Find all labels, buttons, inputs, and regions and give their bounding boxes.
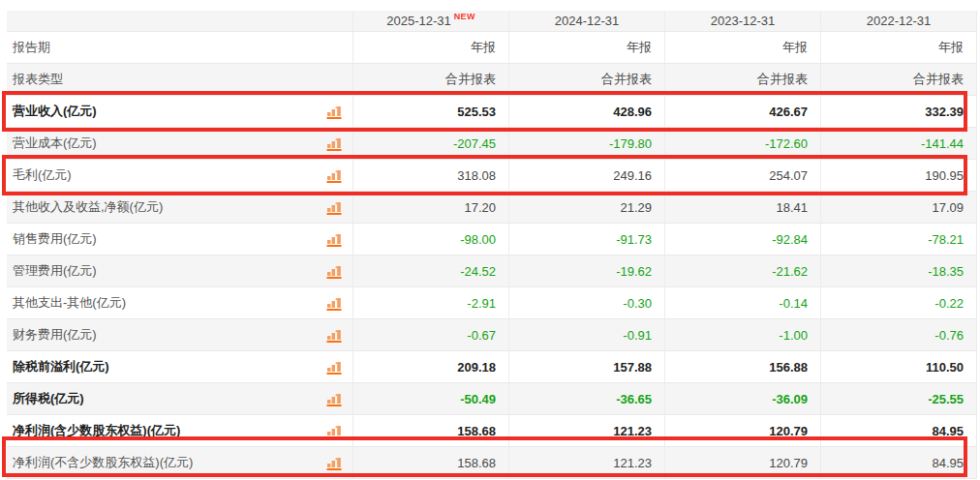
cell-value: -25.55 [821,383,977,414]
row-label-cell: 其他支出-其他(亿元) [7,287,353,318]
table-header-row: 2025-12-31 NEW 2024-12-31 2023-12-31 202… [7,11,977,32]
cell-value: -0.76 [821,319,977,350]
table-body: 报告期 年报 年报 年报 年报 报表类型 合并报表 合并报表 合并报表 合并报表… [7,32,977,479]
table-row: 报表类型 合并报表 合并报表 合并报表 合并报表 [7,64,977,96]
cell-value: 158.68 [353,447,509,478]
cell-value: -207.45 [353,128,509,159]
cell-value: -1.00 [665,319,821,350]
table-row: 毛利(亿元) 318.08 249.16 254.07 190.95 [7,160,977,192]
cell-value: 年报 [821,32,977,63]
cell-value: 318.08 [353,160,509,191]
row-label-cell: 销售费用(亿元) [7,224,353,255]
cell-value: 428.96 [509,96,665,127]
row-label: 报告期 [13,39,50,56]
cell-value: 120.79 [665,447,821,478]
header-date-cell-2025: 2025-12-31 NEW [353,11,509,31]
cell-value: 426.67 [665,96,821,127]
cell-value: 254.07 [665,160,821,191]
cell-value: -172.60 [665,128,821,159]
header-date-label: 2023-12-31 [711,14,776,28]
row-label: 其他收入及收益,净额(亿元) [13,198,163,216]
bar-chart-icon[interactable] [326,136,343,151]
bar-chart-icon[interactable] [326,392,343,406]
cell-value: -19.62 [509,255,665,286]
cell-value: 18.41 [665,192,821,223]
row-label: 营业成本(亿元) [13,135,97,152]
cell-value: 157.88 [509,351,665,382]
table-row: 财务费用(亿元) -0.67 -0.91 -1.00 -0.76 [7,319,977,351]
row-label: 报表类型 [13,71,63,88]
cell-value: -91.73 [509,224,665,255]
row-label-cell: 净利润(含少数股东权益)(亿元) [7,415,353,446]
cell-value: 156.88 [665,351,821,382]
cell-value: 84.95 [821,415,977,446]
table-row: 净利润(不含少数股东权益)(亿元) 158.68 121.23 120.79 8… [7,447,977,479]
row-label-cell: 报表类型 [7,64,353,95]
bar-chart-icon[interactable] [326,424,343,438]
cell-value: 年报 [353,32,509,63]
bar-chart-icon[interactable] [326,168,343,183]
row-label-cell: 报告期 [7,32,353,63]
table-row: 其他支出-其他(亿元) -2.91 -0.30 -0.14 -0.22 [7,287,977,319]
cell-value: -0.22 [821,287,977,318]
header-empty-cell [7,11,353,31]
row-label: 管理费用(亿元) [13,262,97,280]
cell-value: -78.21 [821,224,977,255]
bar-chart-icon[interactable] [326,296,343,311]
cell-value: 合并报表 [665,64,821,95]
table-row: 销售费用(亿元) -98.00 -91.73 -92.84 -78.21 [7,224,977,255]
row-label-cell: 毛利(亿元) [7,160,353,191]
bar-chart-icon[interactable] [326,360,343,375]
cell-value: 84.95 [821,447,977,478]
header-date-cell-2023: 2023-12-31 [665,11,821,31]
table-row: 营业成本(亿元) -207.45 -179.80 -172.60 -141.44 [7,128,977,160]
cell-value: -0.14 [665,287,821,318]
table-row: 所得税(亿元) -50.49 -36.65 -36.09 -25.55 [7,383,977,415]
cell-value: 525.53 [353,96,509,127]
cell-value: 年报 [509,32,665,63]
cell-value: 332.39 [821,96,977,127]
cell-value: 21.29 [509,192,665,223]
cell-value: 120.79 [665,415,821,446]
bar-chart-icon[interactable] [326,200,343,215]
cell-value: -36.65 [509,383,665,414]
cell-value: -0.67 [353,319,509,350]
bar-chart-icon[interactable] [326,232,343,247]
cell-value: -92.84 [665,224,821,255]
cell-value: 合并报表 [821,64,977,95]
cell-value: 249.16 [509,160,665,191]
table-row: 管理费用(亿元) -24.52 -19.62 -21.62 -18.35 [7,255,977,287]
cell-value: 158.68 [353,415,509,446]
new-badge: NEW [454,12,475,21]
cell-value: -179.80 [509,128,665,159]
table-row: 净利润(含少数股东权益)(亿元) 158.68 121.23 120.79 84… [7,415,977,447]
row-label: 毛利(亿元) [13,166,72,184]
bar-chart-icon[interactable] [326,264,343,279]
bar-chart-icon[interactable] [326,105,343,119]
cell-value: -50.49 [353,383,509,414]
row-label-cell: 净利润(不含少数股东权益)(亿元) [7,447,353,478]
row-label: 净利润(不含少数股东权益)(亿元) [13,454,193,471]
header-date-label: 2022-12-31 [867,14,932,28]
cell-value: -0.30 [509,287,665,318]
cell-value: 合并报表 [353,64,509,95]
row-label: 净利润(含少数股东权益)(亿元) [13,422,180,439]
row-label-cell: 所得税(亿元) [7,383,353,414]
cell-value: 190.95 [821,160,977,191]
row-label-cell: 财务费用(亿元) [7,319,353,350]
cell-value: -141.44 [821,128,977,159]
bar-chart-icon[interactable] [326,328,343,343]
cell-value: -18.35 [821,255,977,286]
header-date-label: 2025-12-31 [386,14,451,28]
cell-value: 17.20 [353,192,509,223]
row-label: 财务费用(亿元) [13,326,97,344]
table-row: 其他收入及收益,净额(亿元) 17.20 21.29 18.41 17.09 [7,192,977,224]
table-row: 除税前溢利(亿元) 209.18 157.88 156.88 110.50 [7,351,977,383]
bar-chart-icon[interactable] [326,456,343,470]
cell-value: 17.09 [821,192,977,223]
row-label-cell: 除税前溢利(亿元) [7,351,353,382]
cell-value: -0.91 [509,319,665,350]
cell-value: 209.18 [353,351,509,382]
header-date-cell-2024: 2024-12-31 [509,11,665,31]
row-label-cell: 其他收入及收益,净额(亿元) [7,192,353,223]
